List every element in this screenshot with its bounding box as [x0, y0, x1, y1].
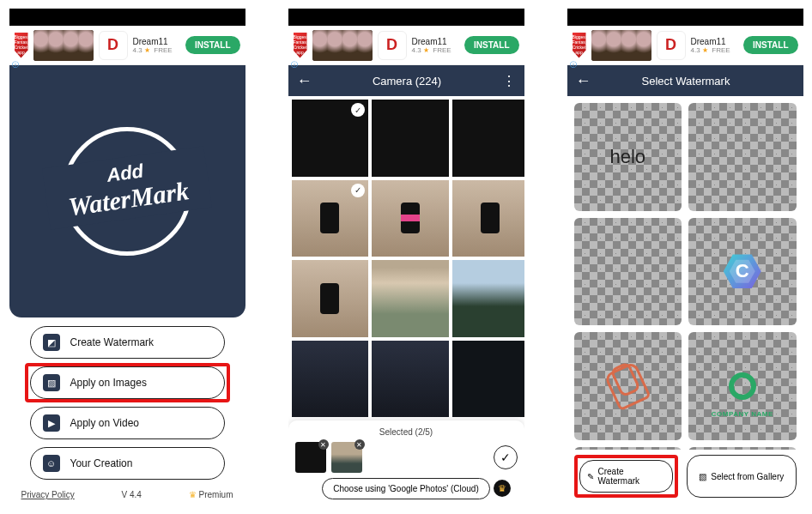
- ad-text: Dream11 4.3 ★ FREE: [133, 37, 181, 54]
- watermark-icon: ◩: [43, 334, 60, 351]
- watermark-cell[interactable]: COMPANY NAME: [688, 332, 797, 440]
- image-icon: ▨: [43, 374, 60, 391]
- watermark-cell[interactable]: [688, 103, 797, 211]
- ad-app-icon: D: [99, 31, 128, 60]
- photo-cell[interactable]: [452, 260, 524, 337]
- remove-icon[interactable]: ✕: [318, 439, 329, 450]
- watermark-cell[interactable]: [574, 218, 682, 326]
- hexagon-icon: C: [724, 252, 761, 290]
- photo-grid: ✓ ✓: [288, 96, 524, 420]
- crown-icon: ♛: [189, 490, 197, 499]
- watermark-cell[interactable]: C: [688, 218, 797, 326]
- btn-label: Apply on Images: [70, 377, 147, 389]
- selected-thumb[interactable]: ✕: [295, 442, 326, 473]
- ad-flag: Biggest Fantasy Cricket app: [573, 33, 586, 58]
- install-button[interactable]: INSTALL: [185, 36, 239, 54]
- video-icon: ▶: [43, 414, 60, 432]
- create-watermark-button[interactable]: ◩ Create Watermark: [30, 326, 225, 359]
- ring-icon: [729, 372, 756, 400]
- photo-cell[interactable]: [292, 341, 369, 418]
- ad-photo: [33, 30, 94, 61]
- btn-label: Apply on Video: [70, 417, 140, 429]
- photo-cell[interactable]: [372, 100, 449, 177]
- highlight-apply-images: ▨ Apply on Images: [25, 363, 230, 402]
- screen-2: ⓘ Biggest Fantasy Cricket app D Dream11 …: [288, 9, 524, 506]
- star-icon: ★: [144, 46, 150, 54]
- privacy-link[interactable]: Privacy Policy: [21, 490, 75, 499]
- btn-label: Your Creation: [70, 457, 133, 469]
- photo-cell[interactable]: ✓: [292, 180, 369, 257]
- ad-rating: 4.3: [133, 46, 142, 54]
- watermark-text: helo: [609, 146, 645, 168]
- ad-banner[interactable]: ⓘ Biggest Fantasy Cricket app D Dream11 …: [288, 26, 524, 65]
- page-title: Select Watermark: [600, 75, 773, 88]
- ad-banner[interactable]: ⓘ Biggest Fantasy Cricket app D Dream11 …: [9, 26, 245, 65]
- premium-link[interactable]: ♛ Premium: [189, 490, 233, 499]
- watermark-cell[interactable]: [574, 332, 682, 440]
- highlight-create-watermark: ✎ Create Watermark: [574, 455, 679, 498]
- cloud-photos-button[interactable]: Choose using 'Google Photos' (Cloud): [322, 478, 489, 499]
- select-from-gallery-button[interactable]: ▧ Select from Gallery: [687, 455, 797, 498]
- menu-icon[interactable]: ⋮: [502, 73, 516, 89]
- photo-cell[interactable]: [452, 341, 524, 418]
- ad-rating: 4.3: [412, 46, 421, 54]
- confirm-button[interactable]: ✓: [494, 445, 518, 469]
- ad-free: FREE: [154, 46, 172, 54]
- ad-app-icon: D: [657, 31, 686, 60]
- status-bar: [288, 9, 524, 26]
- check-icon: ✓: [351, 184, 365, 197]
- pencil-icon: ✎: [587, 472, 594, 481]
- back-icon[interactable]: ←: [576, 72, 591, 90]
- ad-info-icon: ⓘ: [570, 60, 573, 63]
- version-label: V 4.4: [122, 490, 142, 499]
- ad-text: Dream11 4.3 ★ FREE: [412, 37, 460, 54]
- status-bar: [9, 9, 245, 26]
- watermark-cell[interactable]: helo: [574, 103, 682, 211]
- watermark-grid: helo C COMPANY NAME: [567, 96, 803, 450]
- btn-label: Create Watermark: [70, 336, 155, 348]
- app-hero: Add WaterMark: [9, 65, 245, 317]
- star-icon: ★: [423, 46, 429, 54]
- your-creation-button[interactable]: ☺ Your Creation: [30, 447, 225, 480]
- screen-3: ⓘ Biggest Fantasy Cricket app D Dream11 …: [567, 9, 803, 506]
- photo-cell[interactable]: [372, 260, 449, 337]
- ad-app-name: Dream11: [133, 37, 181, 46]
- status-bar: [567, 9, 803, 26]
- ad-rating: 4.3: [691, 46, 700, 54]
- clip-icon: [603, 360, 651, 411]
- ad-info-icon: ⓘ: [291, 60, 294, 63]
- gallery-icon: ▧: [699, 472, 706, 481]
- star-icon: ★: [702, 46, 708, 54]
- photo-cell[interactable]: [452, 180, 524, 257]
- ad-photo: [312, 30, 373, 61]
- ad-free: FREE: [433, 46, 451, 54]
- page-title: Camera (224): [321, 75, 494, 88]
- install-button[interactable]: INSTALL: [743, 36, 797, 54]
- apply-on-images-button[interactable]: ▨ Apply on Images: [30, 366, 225, 399]
- app-logo: Add WaterMark: [54, 127, 200, 256]
- ad-app-name: Dream11: [412, 37, 460, 46]
- create-watermark-button[interactable]: ✎ Create Watermark: [579, 460, 674, 493]
- selected-thumb[interactable]: ✕: [331, 442, 362, 473]
- ad-text: Dream11 4.3 ★ FREE: [691, 37, 739, 54]
- ad-app-name: Dream11: [691, 37, 739, 46]
- ad-info-icon: ⓘ: [12, 60, 15, 63]
- photo-cell[interactable]: [292, 260, 369, 337]
- ad-flag: Biggest Fantasy Cricket app: [294, 33, 307, 58]
- photo-cell[interactable]: [452, 100, 524, 177]
- company-label: COMPANY NAME: [712, 410, 773, 418]
- user-icon: ☺: [43, 455, 60, 472]
- install-button[interactable]: INSTALL: [464, 36, 518, 54]
- ad-free: FREE: [712, 46, 730, 54]
- photo-cell[interactable]: [372, 180, 449, 257]
- ad-flag: Biggest Fantasy Cricket app: [15, 33, 28, 58]
- back-icon[interactable]: ←: [297, 72, 312, 90]
- check-icon: ✓: [351, 103, 365, 117]
- selected-count: Selected (2/5): [294, 424, 519, 440]
- photo-cell[interactable]: [372, 341, 449, 418]
- remove-icon[interactable]: ✕: [354, 439, 365, 450]
- photo-cell[interactable]: ✓: [292, 100, 369, 177]
- premium-badge[interactable]: ♛: [494, 480, 511, 497]
- ad-banner[interactable]: ⓘ Biggest Fantasy Cricket app D Dream11 …: [567, 26, 803, 65]
- apply-on-video-button[interactable]: ▶ Apply on Video: [30, 407, 225, 439]
